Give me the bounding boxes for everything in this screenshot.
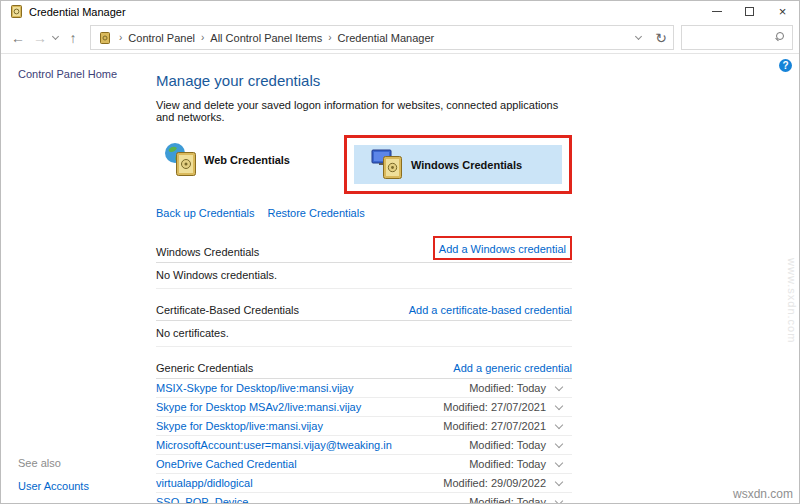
search-input[interactable] [688,32,775,44]
up-button[interactable]: ↑ [62,30,84,46]
credential-manager-window: Credential Manager × ← → ↑ › Control Pan… [0,0,800,504]
address-bar[interactable]: › Control Panel › All Control Panel Item… [90,25,674,50]
maximize-icon [745,7,754,16]
chevron-down-icon [555,420,563,428]
breadcrumb-control-panel[interactable]: Control Panel [128,32,195,44]
close-button[interactable]: × [766,1,799,22]
windows-credentials-tile[interactable]: Windows Credentials [354,145,562,184]
breadcrumb-separator: › [113,32,128,43]
credential-name-link[interactable]: OneDrive Cached Credential [156,458,469,470]
content-area: ? Control Panel Home See also User Accou… [1,55,799,503]
corner-watermark: wsxdn.com [733,487,793,501]
windows-credentials-section-title: Windows Credentials [156,246,259,258]
navigation-bar: ← → ↑ › Control Panel › All Control Pane… [1,22,799,54]
breadcrumb-separator: › [195,32,210,43]
credential-name-link[interactable]: Skype for Desktop/live:mansi.vijay [156,420,443,432]
section-gap [156,289,572,304]
windows-credentials-highlight-box: Windows Credentials [344,135,572,194]
window-controls: × [700,1,799,22]
see-also-label: See also [18,457,89,469]
window-title: Credential Manager [29,6,700,18]
minimize-icon [712,11,722,12]
generic-credentials-section-title: Generic Credentials [156,362,253,374]
chevron-down-icon [555,382,563,390]
sidebar-item-user-accounts[interactable]: User Accounts [18,480,89,492]
credential-name-link[interactable]: MSIX-Skype for Desktop/live:mansi.vijay [156,382,469,394]
help-icon[interactable]: ? [779,59,792,72]
credential-name-link[interactable]: virtualapp/didlogical [156,477,443,489]
expand-credential-button[interactable] [546,444,572,447]
credential-row: virtualapp/didlogical Modified: 29/09/20… [156,474,572,493]
credential-name-link[interactable]: Skype for Desktop MSAv2/live:mansi.vijay [156,401,443,413]
main-panel: Manage your credentials View and delete … [156,55,572,504]
windows-credentials-icon [371,147,405,182]
breadcrumb-separator: › [322,32,337,43]
credential-modified: Modified: 29/09/2022 [443,477,546,489]
credential-modified: Modified: Today [469,496,546,504]
expand-credential-button[interactable] [546,387,572,390]
credential-name-link[interactable]: MicrosoftAccount:user=mansi.vijay@tweaki… [156,439,469,451]
add-windows-credential-highlight-box: Add a Windows credential [433,236,572,260]
expand-credential-button[interactable] [546,501,572,504]
backup-restore-links: Back up Credentials Restore Credentials [156,207,572,219]
history-dropdown-icon[interactable] [52,33,59,40]
breadcrumb-app-icon [99,32,111,44]
chevron-down-icon [555,477,563,485]
add-generic-credential-link[interactable]: Add a generic credential [453,362,572,374]
page-description: View and delete your saved logon informa… [156,99,572,123]
chevron-down-icon [555,496,563,504]
restore-credentials-link[interactable]: Restore Credentials [267,207,364,219]
close-icon: × [779,5,787,18]
web-credentials-icon [163,141,199,178]
side-watermark: www.sxdn.com [786,258,798,343]
web-credentials-tile[interactable]: Web Credentials [163,141,290,178]
credential-row: MSIX-Skype for Desktop/live:mansi.vijay … [156,379,572,398]
minimize-button[interactable] [700,1,733,22]
forward-button[interactable]: → [29,30,51,46]
expand-credential-button[interactable] [546,406,572,409]
backup-credentials-link[interactable]: Back up Credentials [156,207,254,219]
credential-row: MicrosoftAccount:user=mansi.vijay@tweaki… [156,436,572,455]
credential-modified: Modified: Today [469,382,546,394]
windows-credentials-section-header: Windows Credentials Add a Windows creden… [156,236,572,263]
expand-credential-button[interactable] [546,463,572,466]
page-title: Manage your credentials [156,72,572,89]
expand-credential-button[interactable] [546,425,572,428]
credential-modified: Modified: Today [469,439,546,451]
refresh-icon[interactable]: ↻ [655,30,667,46]
credential-modified: Modified: Today [469,458,546,470]
breadcrumb-all-items[interactable]: All Control Panel Items [210,32,322,44]
web-credentials-label: Web Credentials [204,154,290,166]
titlebar: Credential Manager × [1,1,799,22]
add-windows-credential-link[interactable]: Add a Windows credential [439,243,566,255]
credential-row: Skype for Desktop/live:mansi.vijay Modif… [156,417,572,436]
credential-modified: Modified: 27/07/2021 [443,401,546,413]
windows-credentials-label: Windows Credentials [411,159,522,171]
no-certificates-text: No certificates. [156,321,572,347]
back-button[interactable]: ← [7,30,29,46]
sidebar: Control Panel Home See also User Account… [1,55,149,503]
generic-credentials-section-header: Generic Credentials Add a generic creden… [156,362,572,379]
credential-manager-app-icon [10,5,23,18]
chevron-down-icon [555,439,563,447]
chevron-down-icon [555,458,563,466]
credential-name-link[interactable]: SSO_POP_Device [156,496,469,504]
section-gap [156,347,572,362]
credential-row: Skype for Desktop MSAv2/live:mansi.vijay… [156,398,572,417]
sidebar-item-control-panel-home[interactable]: Control Panel Home [18,68,117,80]
breadcrumb-credential-manager[interactable]: Credential Manager [338,32,435,44]
certificate-credentials-section-header: Certificate-Based Credentials Add a cert… [156,304,572,321]
address-dropdown-icon[interactable] [635,33,642,40]
credential-tiles: Web Credentials Windows Cre [156,135,572,198]
no-windows-credentials-text: No Windows credentials. [156,263,572,289]
chevron-down-icon [555,401,563,409]
credential-modified: Modified: 27/07/2021 [443,420,546,432]
add-certificate-credential-link[interactable]: Add a certificate-based credential [409,304,572,316]
search-box [681,25,793,50]
expand-credential-button[interactable] [546,482,572,485]
certificate-credentials-section-title: Certificate-Based Credentials [156,304,299,316]
credential-row: SSO_POP_Device Modified: Today [156,493,572,504]
maximize-button[interactable] [733,1,766,22]
search-icon[interactable] [775,32,786,43]
credential-row: OneDrive Cached Credential Modified: Tod… [156,455,572,474]
